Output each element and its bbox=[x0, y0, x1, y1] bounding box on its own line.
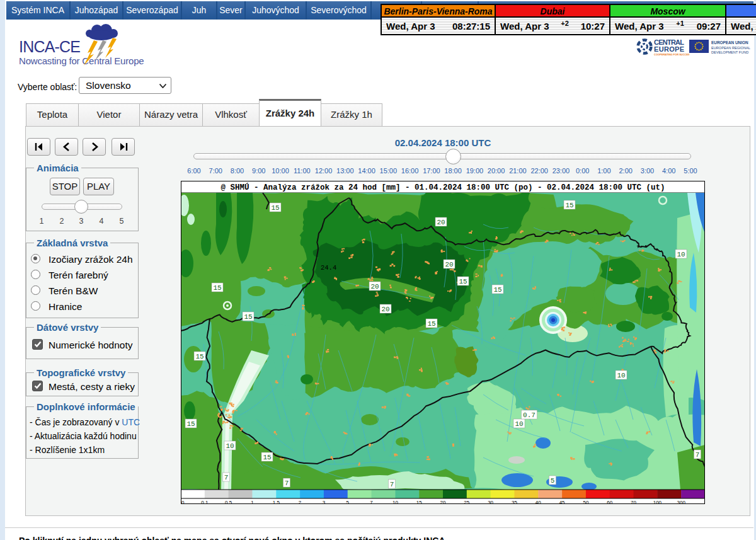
svg-text:7: 7 bbox=[285, 480, 289, 487]
svg-text:70: 70 bbox=[631, 500, 636, 504]
svg-text:7: 7 bbox=[696, 451, 700, 459]
svg-text:0: 0 bbox=[181, 500, 185, 504]
svg-text:0.7: 0.7 bbox=[523, 411, 536, 419]
svg-text:EUROPEAN REGIONAL: EUROPEAN REGIONAL bbox=[711, 46, 750, 50]
svg-text:COOPERATING FOR SUCCESS: COOPERATING FOR SUCCESS bbox=[654, 53, 689, 56]
svg-text:15: 15 bbox=[416, 500, 422, 504]
svg-text:25: 25 bbox=[464, 500, 469, 504]
svg-text:50: 50 bbox=[583, 500, 588, 504]
svg-text:15: 15 bbox=[427, 320, 435, 328]
svg-text:24.4: 24.4 bbox=[321, 264, 336, 272]
svg-text:15: 15 bbox=[271, 204, 279, 212]
svg-text:15: 15 bbox=[459, 278, 467, 285]
svg-text:40: 40 bbox=[536, 500, 541, 504]
svg-text:10: 10 bbox=[515, 420, 523, 428]
svg-text:2: 2 bbox=[299, 500, 302, 504]
svg-text:15: 15 bbox=[263, 454, 271, 461]
svg-text:20: 20 bbox=[445, 261, 453, 268]
svg-text:0.1: 0.1 bbox=[201, 500, 209, 504]
svg-text:15: 15 bbox=[186, 420, 195, 428]
svg-text:EUROPEAN UNION: EUROPEAN UNION bbox=[711, 40, 748, 45]
svg-text:15: 15 bbox=[213, 284, 221, 292]
svg-text:10: 10 bbox=[226, 442, 234, 450]
svg-text:30: 30 bbox=[488, 500, 493, 504]
svg-text:10: 10 bbox=[677, 251, 685, 258]
svg-text:20: 20 bbox=[440, 500, 446, 504]
svg-text:10: 10 bbox=[617, 372, 625, 379]
svg-text:15: 15 bbox=[195, 353, 203, 360]
svg-text:DEVELOPMENT FUND: DEVELOPMENT FUND bbox=[711, 50, 748, 54]
svg-text:5: 5 bbox=[551, 477, 555, 485]
svg-text:7: 7 bbox=[390, 481, 394, 488]
svg-text:15: 15 bbox=[493, 286, 501, 294]
svg-text:1: 1 bbox=[251, 500, 254, 504]
svg-text:20: 20 bbox=[437, 219, 445, 226]
svg-text:60: 60 bbox=[607, 500, 612, 504]
svg-text:0.5: 0.5 bbox=[225, 500, 232, 504]
svg-text:35: 35 bbox=[512, 500, 517, 504]
svg-text:1.5: 1.5 bbox=[273, 500, 280, 504]
svg-text:EUROPE: EUROPE bbox=[654, 45, 684, 53]
svg-text:3: 3 bbox=[323, 500, 326, 504]
svg-text:@ SHMÚ - Analýza zrážok za 24: @ SHMÚ - Analýza zrážok za 24 hod [mm] -… bbox=[220, 183, 665, 192]
svg-text:100: 100 bbox=[653, 500, 662, 504]
svg-text:20: 20 bbox=[381, 306, 389, 313]
svg-text:45: 45 bbox=[559, 500, 565, 504]
svg-text:15: 15 bbox=[565, 202, 573, 209]
svg-text:20: 20 bbox=[370, 283, 379, 290]
svg-text:7: 7 bbox=[370, 500, 373, 504]
svg-text:5: 5 bbox=[346, 500, 349, 504]
svg-text:7: 7 bbox=[224, 474, 229, 481]
svg-text:10: 10 bbox=[392, 500, 398, 504]
svg-text:300: 300 bbox=[677, 500, 686, 504]
svg-text:15: 15 bbox=[244, 313, 252, 321]
